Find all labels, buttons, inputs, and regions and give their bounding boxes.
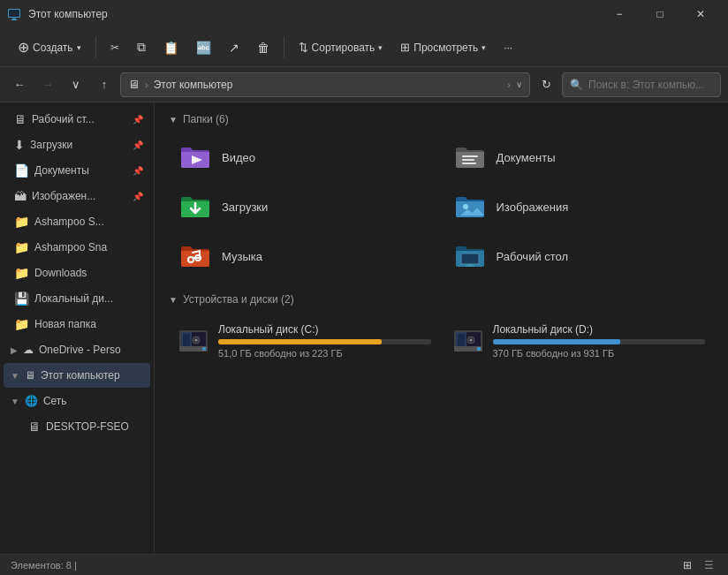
view-label: Просмотреть <box>413 42 478 54</box>
sidebar-section-onedrive[interactable]: ▶ ☁ OneDrive - Perso <box>4 337 150 362</box>
expand-icon-network: ▼ <box>11 397 19 406</box>
sort-dropdown-icon: ▾ <box>378 43 383 52</box>
cut-icon: ✂ <box>110 42 119 54</box>
grid-view-button[interactable]: ⊞ <box>679 556 696 574</box>
folders-section-header: ▼ Папки (6) <box>169 113 714 125</box>
rename-button[interactable]: 🔤 <box>189 37 218 58</box>
share-button[interactable]: ↗ <box>222 37 246 58</box>
window-controls: − □ ✕ <box>599 0 721 28</box>
more-button[interactable]: ··· <box>497 38 519 57</box>
folder-item-pictures[interactable]: Изображения <box>444 184 715 230</box>
toolbar-separator-2 <box>284 37 284 58</box>
sidebar-item-downloads[interactable]: ⬇ Загрузки 📌 <box>4 132 150 157</box>
sidebar-item-downloads-folder[interactable]: 📁 Downloads <box>4 261 150 285</box>
svg-rect-6 <box>462 159 474 161</box>
sidebar: 🖥 Рабочий ст... 📌 ⬇ Загрузки 📌 📄 Докумен… <box>0 102 155 554</box>
svg-point-19 <box>195 339 198 342</box>
create-label: Создать <box>33 42 73 54</box>
search-box[interactable]: 🔍 <box>562 72 721 97</box>
svg-rect-1 <box>9 10 19 17</box>
pictures-icon: 🏔 <box>14 189 27 203</box>
sidebar-label-downloads-folder: Downloads <box>34 267 87 279</box>
status-text: Элементов: 8 | <box>11 560 77 571</box>
view-icon: ⊞ <box>400 41 410 54</box>
folder-name-downloads: Загрузки <box>222 200 268 214</box>
copy-icon: ⧉ <box>137 40 146 55</box>
address-text: Этот компьютер <box>154 79 503 91</box>
svg-rect-29 <box>477 347 481 351</box>
folder-item-video[interactable]: Видео <box>169 134 440 180</box>
search-icon: 🔍 <box>570 79 583 91</box>
desktop-icon: 🖥 <box>14 112 27 126</box>
folder-item-documents[interactable]: Документы <box>444 134 715 180</box>
copy-button[interactable]: ⧉ <box>130 36 153 58</box>
sidebar-label-ashampoo2: Ashampoo Sna <box>34 241 107 253</box>
sidebar-label-new-folder: Новая папка <box>34 318 96 330</box>
sidebar-label-network: Сеть <box>43 395 67 407</box>
onedrive-icon: ☁ <box>23 344 34 356</box>
up-button[interactable]: ↑ <box>92 72 117 97</box>
delete-icon: 🗑 <box>257 41 269 55</box>
refresh-button[interactable]: ↻ <box>534 72 558 97</box>
forward-button[interactable]: → <box>35 72 60 97</box>
view-button[interactable]: ⊞ Просмотреть ▾ <box>393 37 493 57</box>
share-icon: ↗ <box>229 41 239 55</box>
svg-point-8 <box>463 204 468 209</box>
sidebar-label-ashampoo1: Ashampoo S... <box>34 216 104 228</box>
cut-button[interactable]: ✂ <box>103 38 126 57</box>
list-view-button[interactable]: ☰ <box>700 556 717 574</box>
sidebar-item-pictures[interactable]: 🏔 Изображен... 📌 <box>4 184 150 208</box>
expand-icon-thispc: ▼ <box>11 371 19 381</box>
folder-name-video: Видео <box>222 151 255 164</box>
sidebar-section-network[interactable]: ▼ 🌐 Сеть <box>4 389 150 413</box>
search-input[interactable] <box>588 79 713 91</box>
create-button[interactable]: ⊕ Создать ▾ <box>11 35 88 59</box>
folder-name-music: Музыка <box>222 250 262 263</box>
address-dropdown-icon[interactable]: ∨ <box>516 79 522 89</box>
device-bar-wrap-d <box>493 339 706 344</box>
close-button[interactable]: ✕ <box>680 0 721 28</box>
toolbar-separator-1 <box>95 37 96 58</box>
back-button[interactable]: ← <box>7 72 32 97</box>
sidebar-item-desktop[interactable]: 🖥 Рабочий ст... 📌 <box>4 107 150 132</box>
device-name-c: Локальный диск (C:) <box>218 323 431 336</box>
paste-icon: 📋 <box>163 41 178 55</box>
sidebar-item-local-disk[interactable]: 💾 Локальный ди... <box>4 286 150 311</box>
paste-button[interactable]: 📋 <box>156 37 186 58</box>
device-item-c[interactable]: Локальный диск (C:) 51,0 ГБ свободно из … <box>169 314 440 367</box>
folder-icon-documents <box>452 140 488 175</box>
maximize-button[interactable]: □ <box>640 0 680 28</box>
sidebar-label-thispc: Этот компьютер <box>41 369 120 382</box>
folder-icon-desktop <box>452 238 488 274</box>
folder-item-downloads[interactable]: Загрузки <box>169 184 440 230</box>
address-input[interactable]: 🖥 › Этот компьютер › ∨ <box>120 72 530 97</box>
more-icon: ··· <box>504 42 512 54</box>
sidebar-item-new-folder[interactable]: 📁 Новая папка <box>4 312 150 337</box>
minimize-button[interactable]: − <box>599 0 640 28</box>
network-icon: 🌐 <box>25 395 38 407</box>
folder-item-music[interactable]: Музыка <box>169 233 440 279</box>
downloads-folder-icon: 📁 <box>14 266 29 280</box>
sort-icon: ⇅ <box>299 41 308 54</box>
folder-item-desktop[interactable]: Рабочий стол <box>444 233 715 279</box>
downloads-icon: ⬇ <box>14 138 25 152</box>
svg-rect-3 <box>11 19 18 20</box>
folder-icon-music <box>178 238 213 274</box>
devices-expand-icon: ▼ <box>169 295 178 305</box>
ashampoo1-icon: 📁 <box>14 215 29 229</box>
sidebar-item-desktop-fseo[interactable]: 🖥 DESKTOP-FSEO <box>4 414 150 439</box>
sort-button[interactable]: ⇅ Сортировать ▾ <box>292 37 391 57</box>
svg-rect-11 <box>461 253 479 264</box>
device-item-d[interactable]: Локальный диск (D:) 370 ГБ свободно из 9… <box>444 314 715 367</box>
sidebar-item-documents[interactable]: 📄 Документы 📌 <box>4 158 150 183</box>
sidebar-item-ashampoo1[interactable]: 📁 Ashampoo S... <box>4 209 150 234</box>
sidebar-section-thispc[interactable]: ▼ 🖥 Этот компьютер <box>4 363 150 388</box>
desktop-fseo-icon: 🖥 <box>28 420 41 434</box>
sidebar-item-ashampoo2[interactable]: 📁 Ashampoo Sna <box>4 235 150 260</box>
create-icon: ⊕ <box>18 39 29 56</box>
local-disk-icon: 💾 <box>14 291 29 306</box>
history-button[interactable]: ∨ <box>64 72 88 97</box>
app-icon <box>7 7 21 21</box>
breadcrumb-separator2: › <box>507 79 511 90</box>
delete-button[interactable]: 🗑 <box>250 37 277 58</box>
